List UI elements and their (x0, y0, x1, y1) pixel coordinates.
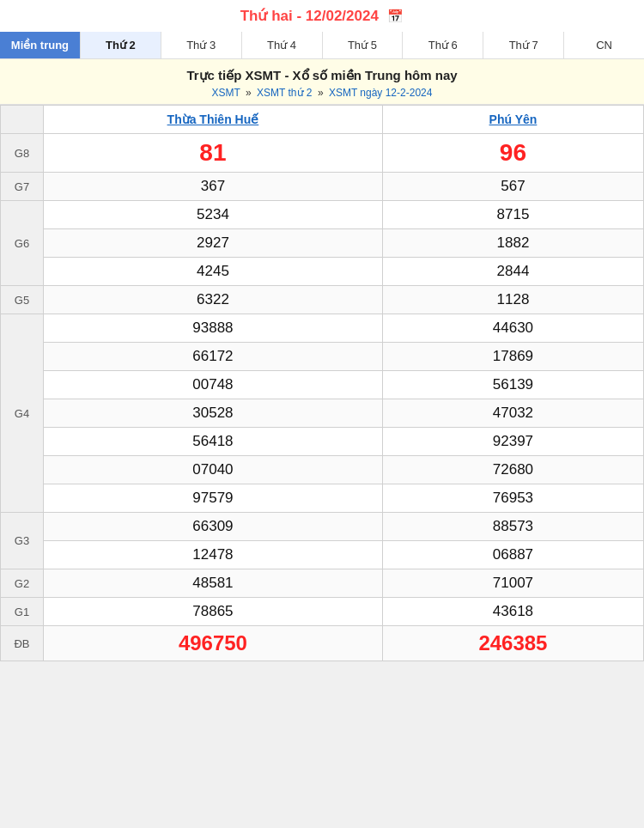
db-v2: 246385 (382, 626, 643, 661)
breadcrumb-xsmt-date[interactable]: XSMT ngày 12-2-2024 (329, 87, 433, 99)
g3-r1-v2: 88573 (382, 513, 643, 541)
breadcrumb-xsmt-thu2[interactable]: XSMT thứ 2 (257, 87, 312, 99)
header-section: Trực tiếp XSMT - Xổ số miền Trung hôm na… (0, 59, 644, 105)
g2-v2: 71007 (382, 569, 643, 598)
g6-r1-v2: 8715 (382, 201, 643, 229)
table-row-g3-2: 12478 06887 (1, 541, 644, 569)
g3-label: G3 (1, 513, 44, 569)
table-row-g4-6: 07040 72680 (1, 456, 644, 484)
table-row-db: ĐB 496750 246385 (1, 626, 644, 661)
g2-v1: 48581 (44, 569, 383, 598)
table-row-g4-2: 66172 17869 (1, 343, 644, 371)
g4-r6-v2: 72680 (382, 456, 643, 484)
g6-label: G6 (1, 201, 44, 286)
g4-r1-v1: 93888 (44, 314, 383, 343)
col-label-header (1, 106, 44, 134)
g3-r2-v1: 12478 (44, 541, 383, 569)
top-bar: Thứ hai - 12/02/2024 📅 (0, 0, 644, 32)
table-row-g2: G2 48581 71007 (1, 569, 644, 598)
g4-label: G4 (1, 314, 44, 513)
db-label: ĐB (1, 626, 44, 661)
table-row-g4-3: 00748 56139 (1, 371, 644, 399)
g8-v1: 81 (44, 134, 383, 173)
table-row-g7: G7 367 567 (1, 173, 644, 201)
g1-label: G1 (1, 598, 44, 626)
lottery-table: Thừa Thiên Huế Phú Yên G8 81 96 G7 367 5… (0, 105, 644, 661)
table-row-g4-5: 56418 92397 (1, 428, 644, 456)
g4-r5-v1: 56418 (44, 428, 383, 456)
g4-r1-v2: 44630 (382, 314, 643, 343)
g4-r5-v2: 92397 (382, 428, 643, 456)
table-row-g4-7: 97579 76953 (1, 484, 644, 513)
tab-mien-trung[interactable]: Miền trung (0, 32, 81, 58)
g5-label: G5 (1, 286, 44, 314)
breadcrumb-xsmt[interactable]: XSMT (212, 87, 240, 99)
g6-r3-v1: 4245 (44, 258, 383, 286)
g4-r4-v1: 30528 (44, 399, 383, 428)
table-row-g6-3: 4245 2844 (1, 258, 644, 286)
db-v1: 496750 (44, 626, 383, 661)
table-row-g6-1: G6 5234 8715 (1, 201, 644, 229)
tab-thu6[interactable]: Thứ 6 (403, 32, 483, 58)
table-row-g5: G5 6322 1128 (1, 286, 644, 314)
table-row-g3-1: G3 66309 88573 (1, 513, 644, 541)
col2-header: Phú Yên (382, 106, 643, 134)
g4-r6-v1: 07040 (44, 456, 383, 484)
g3-r2-v2: 06887 (382, 541, 643, 569)
g4-r7-v1: 97579 (44, 484, 383, 513)
g7-label: G7 (1, 173, 44, 201)
calendar-icon: 📅 (387, 9, 404, 24)
g4-r2-v1: 66172 (44, 343, 383, 371)
g8-label: G8 (1, 134, 44, 173)
g3-r1-v1: 66309 (44, 513, 383, 541)
g5-v1: 6322 (44, 286, 383, 314)
g6-r2-v2: 1882 (382, 229, 643, 258)
nav-tabs: Miền trung Thứ 2 Thứ 3 Thứ 4 Thứ 5 Thứ 6… (0, 32, 644, 59)
table-row-g4-1: G4 93888 44630 (1, 314, 644, 343)
section-title: Trực tiếp XSMT - Xổ số miền Trung hôm na… (10, 68, 634, 83)
table-row-g1: G1 78865 43618 (1, 598, 644, 626)
g8-v2: 96 (382, 134, 643, 173)
table-row-g6-2: 2927 1882 (1, 229, 644, 258)
g1-v2: 43618 (382, 598, 643, 626)
g4-r3-v1: 00748 (44, 371, 383, 399)
tab-thu4[interactable]: Thứ 4 (242, 32, 323, 58)
g2-label: G2 (1, 569, 44, 598)
g7-v2: 567 (382, 173, 643, 201)
tab-thu2[interactable]: Thứ 2 (81, 32, 161, 58)
tab-thu3[interactable]: Thứ 3 (161, 32, 242, 58)
g7-v1: 367 (44, 173, 383, 201)
page-title: Thứ hai - 12/02/2024 (240, 8, 379, 24)
table-row-g4-4: 30528 47032 (1, 399, 644, 428)
g5-v2: 1128 (382, 286, 643, 314)
g4-r3-v2: 56139 (382, 371, 643, 399)
tab-cn[interactable]: CN (564, 32, 644, 58)
tab-thu5[interactable]: Thứ 5 (323, 32, 404, 58)
g4-r4-v2: 47032 (382, 399, 643, 428)
g6-r2-v1: 2927 (44, 229, 383, 258)
col1-header: Thừa Thiên Huế (44, 106, 383, 134)
g1-v1: 78865 (44, 598, 383, 626)
table-row-g8: G8 81 96 (1, 134, 644, 173)
breadcrumb: XSMT » XSMT thứ 2 » XSMT ngày 12-2-2024 (10, 87, 634, 99)
tab-thu7[interactable]: Thứ 7 (483, 32, 564, 58)
g4-r2-v2: 17869 (382, 343, 643, 371)
g6-r3-v2: 2844 (382, 258, 643, 286)
g4-r7-v2: 76953 (382, 484, 643, 513)
g6-r1-v1: 5234 (44, 201, 383, 229)
